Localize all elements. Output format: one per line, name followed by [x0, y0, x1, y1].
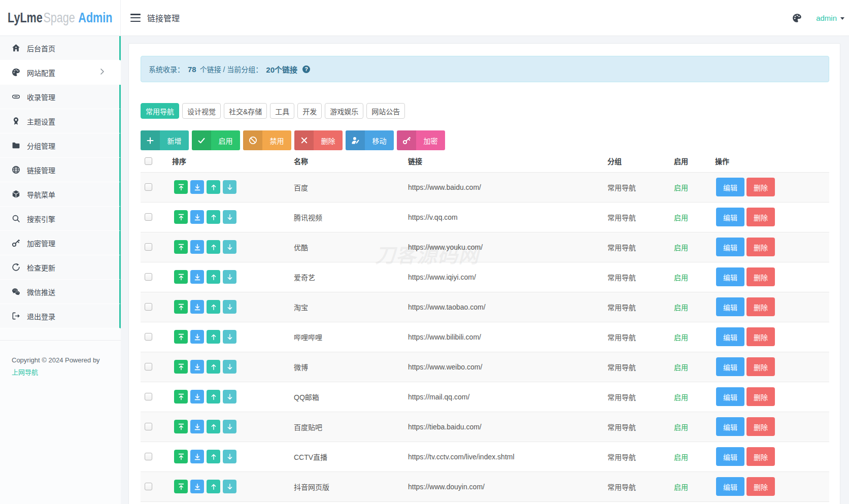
delete-button[interactable]: 删除 — [746, 387, 775, 406]
row-checkbox[interactable] — [145, 303, 152, 311]
row-checkbox[interactable] — [145, 453, 152, 460]
sort-up-button[interactable] — [207, 210, 220, 224]
sort-up-button[interactable] — [207, 390, 220, 404]
sidebar-item-3[interactable]: 主题设置 — [0, 109, 121, 133]
sidebar-item-8[interactable]: 加密管理 — [0, 231, 121, 255]
sort-down-button[interactable] — [223, 390, 236, 404]
sort-bottom-button[interactable] — [190, 270, 204, 284]
sort-up-button[interactable] — [207, 240, 220, 254]
theme-palette-icon[interactable] — [792, 13, 802, 23]
row-checkbox[interactable] — [145, 243, 152, 251]
tab-3[interactable]: 工具 — [270, 103, 294, 119]
sort-top-button[interactable] — [174, 420, 188, 433]
sort-bottom-button[interactable] — [190, 180, 204, 194]
sort-up-button[interactable] — [207, 180, 220, 194]
sort-bottom-button[interactable] — [190, 300, 204, 314]
delete-button[interactable]: 删除 — [746, 297, 775, 316]
tab-4[interactable]: 开发 — [297, 103, 322, 119]
edit-button[interactable]: 编辑 — [716, 477, 744, 496]
sort-top-button[interactable] — [174, 480, 188, 493]
sort-up-button[interactable] — [207, 420, 220, 433]
row-checkbox[interactable] — [145, 423, 152, 430]
edit-button[interactable]: 编辑 — [716, 417, 744, 436]
row-checkbox[interactable] — [145, 183, 152, 191]
sort-bottom-button[interactable] — [190, 330, 204, 344]
delete-button[interactable]: 删除 — [746, 417, 775, 436]
tab-5[interactable]: 游戏娱乐 — [325, 103, 363, 119]
sort-up-button[interactable] — [207, 270, 220, 284]
menu-toggle-icon[interactable] — [130, 14, 141, 22]
enable-button[interactable]: 启用 — [192, 130, 240, 150]
sort-down-button[interactable] — [223, 180, 236, 194]
brand-logo[interactable]: LyLmeSpageAdmin — [0, 0, 121, 36]
sort-bottom-button[interactable] — [190, 360, 204, 374]
row-checkbox[interactable] — [145, 333, 152, 341]
sidebar-item-0[interactable]: 后台首页 — [0, 36, 121, 60]
sidebar-item-6[interactable]: 导航菜单 — [0, 182, 121, 207]
delete-button[interactable]: 删除 — [746, 238, 775, 256]
delete-button[interactable]: 删除 — [746, 447, 775, 466]
sort-down-button[interactable] — [223, 270, 236, 284]
delete-button[interactable]: 删除 — [746, 357, 775, 376]
row-checkbox[interactable] — [145, 273, 152, 281]
sort-down-button[interactable] — [223, 210, 236, 224]
tab-1[interactable]: 设计视觉 — [182, 103, 221, 119]
sort-down-button[interactable] — [223, 240, 236, 254]
edit-button[interactable]: 编辑 — [716, 238, 744, 256]
edit-button[interactable]: 编辑 — [716, 208, 744, 226]
row-checkbox[interactable] — [145, 213, 152, 221]
disable-button[interactable]: 禁用 — [243, 130, 291, 150]
sidebar-item-1[interactable]: 网站配置 — [0, 60, 121, 85]
sort-down-button[interactable] — [223, 330, 236, 344]
sidebar-item-4[interactable]: 分组管理 — [0, 133, 121, 158]
edit-button[interactable]: 编辑 — [716, 327, 744, 346]
tab-0[interactable]: 常用导航 — [141, 103, 179, 119]
sort-up-button[interactable] — [207, 450, 220, 463]
delete-button[interactable]: 删除 — [746, 178, 775, 196]
sort-up-button[interactable] — [207, 480, 220, 493]
copyright-link[interactable]: 上网导航 — [12, 368, 38, 376]
sort-bottom-button[interactable] — [190, 210, 204, 224]
sort-top-button[interactable] — [174, 390, 188, 404]
delete-button[interactable]: 删除 — [746, 208, 775, 226]
sort-down-button[interactable] — [223, 420, 236, 433]
select-all-checkbox[interactable] — [145, 157, 152, 165]
sidebar-item-2[interactable]: 收录管理 — [0, 85, 121, 109]
question-circle-icon[interactable]: ? — [302, 65, 310, 73]
sort-up-button[interactable] — [207, 360, 220, 374]
row-checkbox[interactable] — [145, 393, 152, 400]
user-dropdown[interactable]: admin — [816, 14, 844, 22]
encrypt-button[interactable]: 加密 — [397, 130, 445, 150]
sort-up-button[interactable] — [207, 300, 220, 314]
sort-top-button[interactable] — [174, 240, 188, 254]
sort-top-button[interactable] — [174, 450, 188, 463]
edit-button[interactable]: 编辑 — [716, 178, 744, 196]
sort-top-button[interactable] — [174, 360, 188, 374]
edit-button[interactable]: 编辑 — [716, 267, 744, 286]
delete-button[interactable]: 删除 — [294, 130, 343, 150]
edit-button[interactable]: 编辑 — [716, 297, 744, 316]
sort-bottom-button[interactable] — [190, 420, 204, 433]
sort-down-button[interactable] — [223, 450, 236, 463]
sort-bottom-button[interactable] — [190, 480, 204, 493]
sidebar-item-10[interactable]: 微信推送 — [0, 280, 121, 304]
sort-bottom-button[interactable] — [190, 450, 204, 463]
sidebar-item-11[interactable]: 退出登录 — [0, 304, 121, 328]
row-checkbox[interactable] — [145, 483, 152, 490]
sort-down-button[interactable] — [223, 300, 236, 314]
sort-top-button[interactable] — [174, 300, 188, 314]
move-button[interactable]: 移动 — [346, 130, 394, 150]
tab-2[interactable]: 社交&存储 — [224, 103, 267, 119]
sort-top-button[interactable] — [174, 330, 188, 344]
sort-top-button[interactable] — [174, 180, 188, 194]
edit-button[interactable]: 编辑 — [716, 447, 744, 466]
tab-6[interactable]: 网站公告 — [366, 103, 405, 119]
delete-button[interactable]: 删除 — [746, 267, 775, 286]
sort-bottom-button[interactable] — [190, 390, 204, 404]
edit-button[interactable]: 编辑 — [716, 387, 744, 406]
sort-up-button[interactable] — [207, 330, 220, 344]
edit-button[interactable]: 编辑 — [716, 357, 744, 376]
add-button[interactable]: 新增 — [141, 130, 189, 150]
sort-top-button[interactable] — [174, 210, 188, 224]
delete-button[interactable]: 删除 — [746, 477, 775, 496]
